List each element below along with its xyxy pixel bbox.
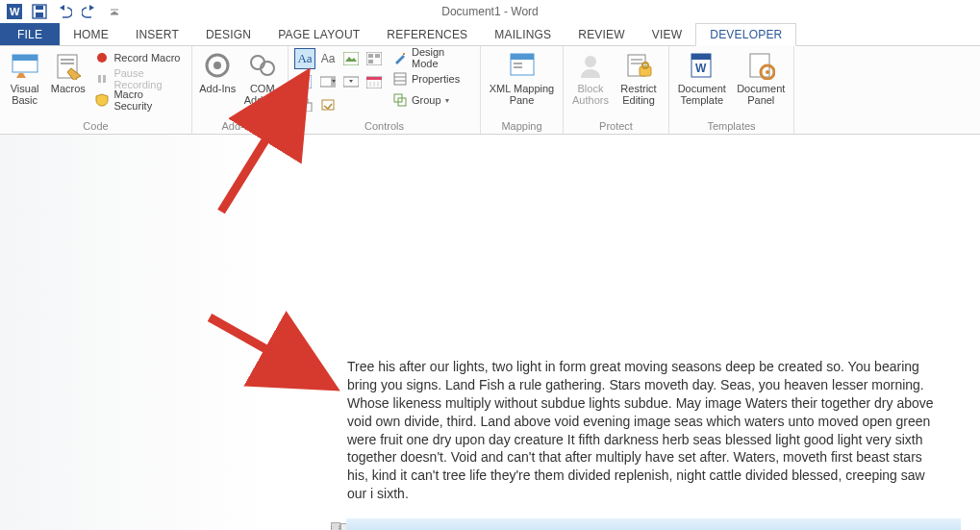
pause-icon [94,71,110,87]
svg-rect-43 [514,66,522,68]
design-mode-icon [392,50,408,65]
group-templates: W Document Template Document Panel Templ… [669,46,794,134]
xml-mapping-icon [507,50,538,81]
customize-qat-icon[interactable] [104,1,125,22]
macros-icon [53,50,84,81]
addins-button[interactable]: Add-Ins [198,48,238,94]
title-bar: W Document1 - Word [0,0,980,23]
dropdown-icon: ▾ [445,96,449,105]
svg-rect-42 [514,63,522,64]
quick-access-toolbar: W [0,1,125,22]
svg-point-14 [214,62,221,69]
macros-button[interactable]: Macros [49,48,87,94]
svg-rect-35 [394,73,406,85]
svg-point-44 [585,56,596,67]
document-panel-button[interactable]: Document Panel [735,48,789,106]
tab-references[interactable]: REFERENCES [373,23,481,45]
svg-point-55 [766,70,769,74]
xml-mapping-pane-label: XML Mapping Pane [490,83,554,106]
group-templates-label: Templates [675,118,788,134]
combo-box-content-control-button[interactable] [317,71,339,92]
properties-button[interactable]: Properties [390,69,474,88]
pause-recording-label: Pause Recording [113,67,184,90]
word-app-icon[interactable]: W [4,1,25,22]
record-macro-button[interactable]: Record Macro [92,48,186,67]
tab-home[interactable]: HOME [60,23,122,45]
ribbon: Visual Basic Macros Record Macro Pause R… [0,46,980,135]
design-mode-label: Design Mode [412,46,472,69]
svg-rect-12 [103,75,106,83]
svg-rect-47 [631,63,642,64]
undo-icon[interactable] [54,1,75,22]
group-addins-label: Add-Ins [198,118,282,134]
macro-security-button[interactable]: Macro Security [92,90,186,110]
building-block-gallery-button[interactable] [364,48,385,69]
svg-rect-11 [98,75,101,83]
redo-icon[interactable] [79,1,100,22]
group-mapping-label: Mapping [487,118,557,134]
group-button[interactable]: Group ▾ [390,90,474,110]
svg-rect-27 [366,77,382,80]
svg-rect-4 [36,13,43,17]
tab-view[interactable]: VIEW [639,23,695,45]
security-icon [94,92,110,108]
content-control-handle-icon[interactable]: ⋮⋮ [331,522,340,530]
group-code-label: Code [6,118,186,134]
addins-icon [202,50,233,81]
group-code: Visual Basic Macros Record Macro Pause R… [0,46,192,134]
rich-text-content-control-button[interactable]: Aa [294,48,315,69]
document-panel-label: Document Panel [737,83,785,106]
tab-review[interactable]: REVIEW [565,23,639,45]
design-mode-button[interactable]: Design Mode [390,48,474,67]
checkbox-content-control-button[interactable] [294,71,315,92]
date-picker-content-control-button[interactable] [364,71,385,92]
svg-rect-3 [36,6,43,10]
group-addins: Add-Ins COM Add-Ins Add-Ins [192,46,289,134]
group-button-label: Group [412,94,441,106]
visual-basic-icon [10,50,40,81]
restrict-editing-icon [623,50,654,81]
svg-point-10 [97,53,107,63]
document-template-button[interactable]: W Document Template [675,48,729,106]
tab-developer[interactable]: DEVELOPER [695,23,796,46]
svg-rect-21 [368,60,373,63]
visual-basic-button[interactable]: Visual Basic [6,48,43,106]
group-protect-label: Protect [569,118,663,134]
com-addins-icon [247,50,278,81]
page-margin-shade [0,135,269,530]
tab-mailings[interactable]: MAILINGS [481,23,565,45]
addins-label: Add-Ins [199,83,236,94]
tab-design[interactable]: DESIGN [192,23,264,45]
document-template-label: Document Template [678,83,726,106]
com-addins-button[interactable]: COM Add-Ins [243,48,283,106]
tab-file[interactable]: FILE [0,23,60,45]
picture-content-control-button[interactable] [340,48,362,69]
tab-insert[interactable]: INSERT [122,23,192,45]
app-title: Document1 - Word [441,5,538,18]
properties-icon [392,71,408,87]
svg-text:W: W [10,6,20,17]
plain-text-content-control-button[interactable]: Aa [317,48,339,69]
pause-recording-button[interactable]: Pause Recording [92,69,186,88]
group-controls: Aa Aa Design Mode Properties [289,46,481,134]
block-authors-button[interactable]: Block Authors [569,48,612,106]
document-paragraph-1[interactable]: Tree his after our lights, two light in … [347,358,943,503]
dropdown-list-content-control-button[interactable] [340,71,362,92]
legacy-tools-button[interactable] [317,94,339,115]
com-addins-label: COM Add-Ins [244,83,281,106]
restrict-editing-button[interactable]: Restrict Editing [617,48,660,106]
xml-mapping-pane-button[interactable]: XML Mapping Pane [489,48,556,106]
macros-label: Macros [51,83,86,94]
svg-rect-41 [511,54,534,60]
embedded-image-preview [346,518,961,530]
document-panel-icon [745,50,776,81]
ribbon-tabs: FILE HOME INSERT DESIGN PAGE LAYOUT REFE… [0,23,980,46]
document-workspace[interactable]: Tree his after our lights, two light in … [0,135,980,530]
svg-rect-19 [368,54,373,58]
tab-page-layout[interactable]: PAGE LAYOUT [264,23,373,45]
document-template-icon: W [687,50,717,81]
svg-rect-20 [375,54,380,58]
svg-rect-34 [403,53,405,55]
save-icon[interactable] [29,1,50,22]
repeating-section-button[interactable] [294,94,315,115]
